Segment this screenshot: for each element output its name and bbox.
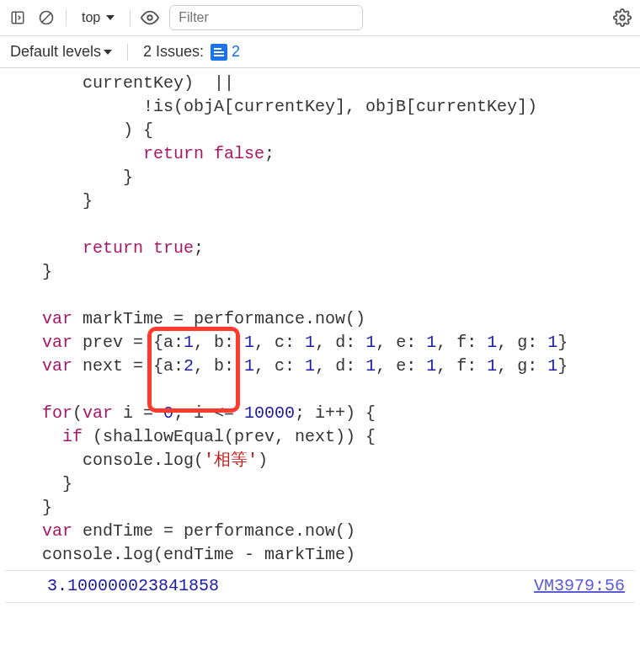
code-number: 1 (244, 356, 254, 376)
context-label: top (82, 10, 100, 25)
code-text: (shallowEqual(prev, next)) { (83, 427, 376, 446)
code-text: , e: (376, 356, 426, 376)
code-text: } (557, 333, 568, 352)
console-content: currentKey) || !is(objA[currentKey], obj… (0, 68, 640, 603)
code-number: 1 (547, 356, 557, 376)
toolbar-divider (127, 44, 128, 61)
code-number: 1 (487, 333, 497, 352)
code-line: ) { (42, 120, 153, 140)
log-levels-dropdown[interactable]: Default levels (10, 43, 112, 61)
code-text: i = (113, 403, 163, 423)
svg-point-4 (148, 15, 153, 20)
console-toolbar: top (0, 0, 640, 36)
code-text: ; (194, 238, 204, 258)
code-number: 10000 (244, 403, 295, 423)
chevron-down-icon (106, 15, 115, 20)
output-value: 3.100000023841858 (47, 576, 219, 595)
code-line: } (42, 191, 93, 211)
code-text: markTime = performance.now() (72, 309, 365, 328)
code-line: currentKey) || (42, 73, 234, 93)
code-line: } (42, 168, 133, 187)
toolbar-divider (66, 9, 67, 26)
toggle-sidebar-icon[interactable] (8, 8, 27, 27)
code-number: 2 (184, 356, 194, 376)
levels-label: Default levels (10, 43, 101, 61)
code-line: } (42, 474, 72, 493)
code-line: } (42, 498, 52, 517)
code-line: } (42, 262, 52, 281)
code-keyword: var (83, 403, 113, 423)
code-keyword: true (143, 238, 194, 258)
code-number: 1 (365, 356, 376, 376)
code-text: , g: (497, 333, 547, 352)
code-text: , f: (436, 356, 487, 376)
code-keyword: var (42, 521, 72, 541)
code-text: , g: (497, 356, 547, 376)
code-keyword: if (42, 427, 83, 446)
code-text: ; i <= (173, 403, 244, 423)
issues-label: 2 Issues: (143, 43, 204, 61)
code-keyword: var (42, 309, 72, 328)
code-number: 1 (426, 356, 436, 376)
code-text: , b: (194, 333, 244, 352)
filter-input[interactable] (169, 5, 363, 30)
code-number: 1 (426, 333, 436, 352)
code-block: currentKey) || !is(objA[currentKey], obj… (5, 72, 635, 567)
settings-icon[interactable] (613, 8, 632, 27)
code-text: , c: (254, 333, 305, 352)
clear-console-icon[interactable] (37, 8, 56, 27)
issues-badge: 2 (211, 43, 240, 61)
code-number: 1 (305, 333, 315, 352)
code-text: console.log( (42, 451, 204, 470)
code-number: 1 (184, 333, 194, 352)
code-text: ; i++) { (295, 403, 376, 423)
svg-rect-0 (12, 12, 24, 24)
issues-status[interactable]: 2 Issues: 2 (143, 43, 240, 61)
code-number: 1 (487, 356, 497, 376)
code-text: , c: (254, 356, 305, 376)
code-number: 1 (365, 333, 376, 352)
code-keyword: for (42, 403, 72, 423)
source-link[interactable]: VM3979:56 (534, 576, 625, 595)
code-keyword: return (42, 144, 204, 163)
toolbar-divider (130, 9, 131, 26)
console-subtoolbar: Default levels 2 Issues: 2 (0, 36, 640, 68)
code-keyword: var (42, 333, 72, 352)
code-number: 1 (244, 333, 254, 352)
code-text: ) (258, 451, 268, 470)
code-text: , d: (315, 356, 365, 376)
code-string: '相等' (204, 451, 258, 470)
code-text: , d: (315, 333, 365, 352)
code-text: ( (72, 403, 83, 423)
issue-icon (211, 44, 227, 61)
code-keyword: false (204, 144, 264, 163)
chevron-down-icon (104, 50, 112, 55)
live-expression-icon[interactable] (141, 8, 159, 27)
svg-point-5 (620, 15, 625, 20)
code-text: next = {a: (72, 356, 184, 376)
code-keyword: var (42, 356, 72, 376)
code-text: } (557, 356, 568, 376)
execution-context-selector[interactable]: top (77, 8, 120, 27)
code-text: ; (264, 144, 275, 163)
console-output-row: 3.100000023841858 VM3979:56 (5, 570, 635, 603)
code-text: endTime = performance.now() (72, 521, 355, 541)
svg-line-3 (42, 13, 51, 22)
code-number: 1 (305, 356, 315, 376)
code-text: , f: (436, 333, 487, 352)
code-text: , e: (376, 333, 426, 352)
code-number: 0 (163, 403, 173, 423)
code-line: console.log(endTime - markTime) (42, 545, 355, 564)
code-keyword: return (42, 238, 143, 258)
issues-count: 2 (232, 43, 240, 61)
code-text: , b: (194, 356, 244, 376)
code-number: 1 (547, 333, 557, 352)
code-text: prev = {a: (72, 333, 184, 352)
code-line: !is(objA[currentKey], objB[currentKey]) (42, 97, 537, 116)
